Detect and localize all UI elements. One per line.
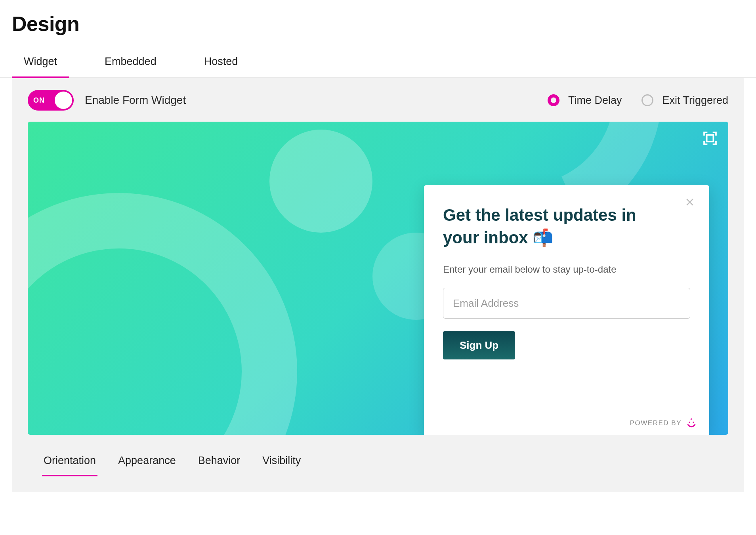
popup-subtitle: Enter your email below to stay up-to-dat…: [443, 264, 690, 275]
widget-panel: ON Enable Form Widget Time Delay Exit Tr…: [12, 78, 744, 492]
controls-row: ON Enable Form Widget Time Delay Exit Tr…: [28, 90, 728, 111]
radio-icon: [641, 94, 653, 106]
radio-time-delay[interactable]: Time Delay: [548, 94, 622, 107]
svg-point-2: [689, 422, 690, 423]
signup-button[interactable]: Sign Up: [443, 331, 515, 359]
svg-point-1: [691, 419, 692, 420]
widget-preview: Get the latest updates in your inbox 📬 E…: [28, 122, 728, 435]
svg-point-3: [693, 422, 694, 423]
tabs-top: Widget Embedded Hosted: [0, 52, 756, 78]
toggle-on-label: ON: [33, 96, 45, 105]
tabs-bottom: Orientation Appearance Behavior Visibili…: [28, 435, 728, 476]
close-icon[interactable]: [685, 197, 696, 208]
tab-widget[interactable]: Widget: [12, 52, 69, 78]
radio-label-time-delay: Time Delay: [568, 94, 622, 107]
page-title: Design: [0, 12, 756, 52]
powered-by: POWERED BY: [630, 417, 697, 429]
radio-label-exit-triggered: Exit Triggered: [662, 94, 728, 107]
tab-hosted[interactable]: Hosted: [192, 52, 250, 78]
fullscreen-icon[interactable]: [702, 130, 718, 146]
tab-visibility[interactable]: Visibility: [261, 452, 302, 476]
tab-embedded[interactable]: Embedded: [93, 52, 168, 78]
popup-title: Get the latest updates in your inbox 📬: [443, 204, 690, 249]
svg-rect-0: [707, 135, 714, 142]
signup-popup: Get the latest updates in your inbox 📬 E…: [424, 185, 709, 435]
radio-icon-selected: [548, 94, 559, 106]
enable-widget-label: Enable Form Widget: [85, 94, 186, 107]
smiley-icon: [685, 417, 697, 429]
enable-widget-toggle[interactable]: ON: [28, 90, 74, 111]
tab-appearance[interactable]: Appearance: [116, 452, 178, 476]
powered-by-label: POWERED BY: [630, 419, 682, 427]
radio-exit-triggered[interactable]: Exit Triggered: [641, 94, 728, 107]
tab-orientation[interactable]: Orientation: [42, 452, 97, 476]
tab-behavior[interactable]: Behavior: [197, 452, 242, 476]
toggle-knob: [55, 92, 72, 109]
email-input[interactable]: [443, 288, 690, 319]
